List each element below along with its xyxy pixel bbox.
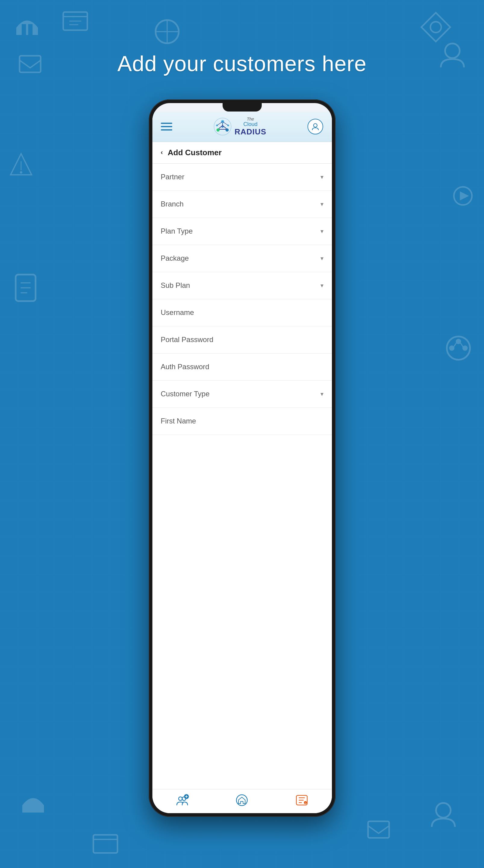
plan-type-label: Plan Type <box>161 227 193 236</box>
first-name-field[interactable]: First Name <box>152 408 332 435</box>
hamburger-menu-button[interactable] <box>161 123 172 130</box>
customer-type-chevron-icon: ▾ <box>320 390 323 398</box>
svg-point-12 <box>436 803 451 817</box>
phone-outer: The Cloud RADIUS ‹ Add <box>149 99 335 817</box>
people-icon <box>175 794 189 807</box>
page-bar: ‹ Add Customer <box>152 142 332 164</box>
profile-icon <box>311 122 320 131</box>
bottom-navigation: i <box>152 789 332 813</box>
logo-cloud: Cloud <box>235 121 266 127</box>
partner-chevron-icon: ▾ <box>320 173 323 181</box>
svg-point-32 <box>216 128 220 132</box>
svg-line-42 <box>223 121 228 125</box>
auth-password-label: Auth Password <box>161 363 209 371</box>
branch-label: Branch <box>161 200 184 208</box>
svg-point-9 <box>430 22 441 33</box>
logo-area: The Cloud RADIUS <box>214 117 266 136</box>
bottom-nav-home[interactable] <box>235 794 249 807</box>
svg-rect-1 <box>28 24 33 35</box>
svg-point-49 <box>236 795 247 806</box>
svg-point-43 <box>314 124 317 127</box>
package-chevron-icon: ▾ <box>320 255 323 262</box>
sub-plan-field[interactable]: Sub Plan ▾ <box>152 272 332 299</box>
form-area: Partner ▾ Branch ▾ Plan Type ▾ <box>152 164 332 789</box>
logo-icon <box>214 118 232 135</box>
app-content: The Cloud RADIUS ‹ Add <box>152 112 332 813</box>
svg-rect-15 <box>368 821 389 838</box>
username-label: Username <box>161 308 194 317</box>
logo-text: The Cloud RADIUS <box>235 117 266 136</box>
partner-field[interactable]: Partner ▾ <box>152 164 332 191</box>
plan-type-field[interactable]: Plan Type ▾ <box>152 218 332 245</box>
bottom-nav-info[interactable]: i <box>295 794 309 807</box>
svg-point-33 <box>225 128 229 132</box>
username-field[interactable]: Username <box>152 299 332 327</box>
phone-screen: The Cloud RADIUS ‹ Add <box>152 103 332 813</box>
info-icon: i <box>295 794 309 807</box>
sub-plan-chevron-icon: ▾ <box>320 282 323 289</box>
partner-label: Partner <box>161 173 185 181</box>
back-button[interactable]: ‹ <box>161 149 163 156</box>
customer-type-label: Customer Type <box>161 390 209 398</box>
profile-button[interactable] <box>308 119 323 134</box>
package-label: Package <box>161 254 189 262</box>
page-title: Add Customer <box>168 148 222 157</box>
svg-point-44 <box>179 797 182 801</box>
page-heading: Add your customers here <box>0 51 484 76</box>
branch-chevron-icon: ▾ <box>320 200 323 208</box>
camera-notch <box>223 103 262 112</box>
portal-password-field[interactable]: Portal Password <box>152 327 332 353</box>
svg-point-17 <box>20 171 22 174</box>
svg-text:i: i <box>305 802 306 804</box>
svg-line-29 <box>460 343 463 347</box>
sub-plan-label: Sub Plan <box>161 281 190 290</box>
logo-radius: RADIUS <box>235 127 266 136</box>
svg-rect-0 <box>22 24 26 35</box>
svg-line-28 <box>454 343 457 347</box>
app-header: The Cloud RADIUS <box>152 112 332 142</box>
portal-password-label: Portal Password <box>161 336 214 344</box>
plan-type-chevron-icon: ▾ <box>320 227 323 235</box>
bottom-nav-people[interactable] <box>175 794 189 807</box>
phone-mockup: The Cloud RADIUS ‹ Add <box>149 99 335 817</box>
branch-field[interactable]: Branch ▾ <box>152 191 332 218</box>
home-icon <box>235 794 249 807</box>
customer-type-field[interactable]: Customer Type ▾ <box>152 381 332 408</box>
auth-password-field[interactable]: Auth Password <box>152 353 332 381</box>
package-field[interactable]: Package ▾ <box>152 245 332 272</box>
svg-rect-13 <box>93 835 118 853</box>
svg-marker-23 <box>460 191 469 200</box>
svg-line-41 <box>217 121 223 125</box>
first-name-label: First Name <box>161 417 196 425</box>
logo-the: The <box>235 117 266 121</box>
